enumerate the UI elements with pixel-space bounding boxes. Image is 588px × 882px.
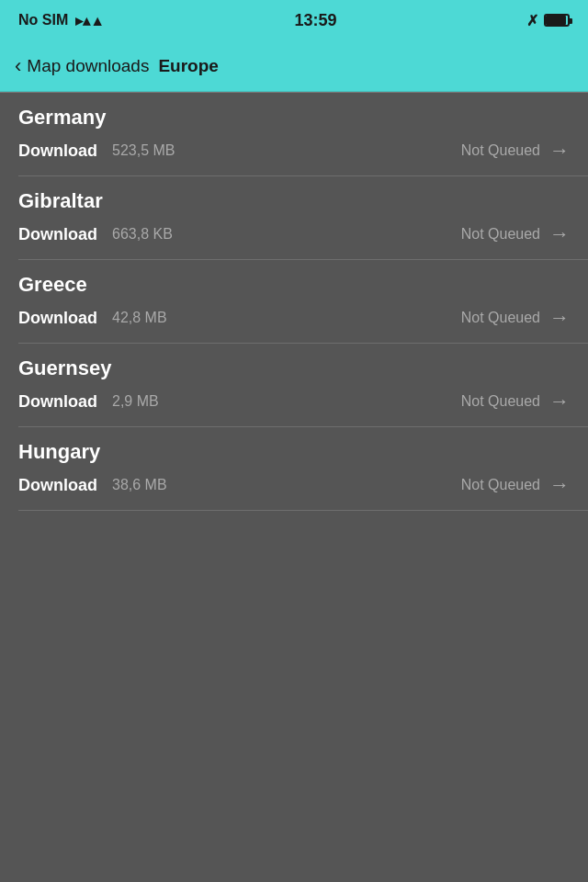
chevron-right-icon: →: [549, 390, 570, 413]
battery-icon: [544, 14, 570, 27]
file-size: 2,9 MB: [112, 393, 461, 410]
list-item[interactable]: Hungary Download 38,6 MB Not Queued →: [0, 427, 588, 511]
file-size: 38,6 MB: [112, 477, 461, 493]
status-time: 13:59: [295, 11, 337, 30]
country-name: Greece: [18, 273, 87, 296]
country-name: Germany: [18, 106, 106, 129]
status-left: No SIM ▸▴▲: [18, 12, 105, 29]
country-header: Gibraltar: [0, 176, 588, 219]
status-group: Not Queued →: [461, 139, 570, 163]
back-label: Map downloads: [27, 56, 149, 76]
status-group: Not Queued →: [461, 306, 570, 330]
download-label: Download: [18, 141, 97, 161]
download-row[interactable]: Download 2,9 MB Not Queued →: [0, 386, 588, 426]
chevron-right-icon: →: [549, 473, 570, 497]
list-item[interactable]: Greece Download 42,8 MB Not Queued →: [0, 260, 588, 344]
wifi-icon: ▸▴▲: [75, 12, 105, 29]
country-name: Guernsey: [18, 356, 112, 379]
status-group: Not Queued →: [461, 390, 570, 413]
country-header: Hungary: [0, 427, 588, 469]
status-right: ✗: [526, 12, 570, 29]
file-size: 663,8 KB: [112, 226, 461, 243]
not-queued-status: Not Queued: [461, 310, 540, 326]
list-item[interactable]: Guernsey Download 2,9 MB Not Queued →: [0, 344, 588, 427]
download-label: Download: [18, 476, 97, 495]
not-queued-status: Not Queued: [461, 226, 540, 243]
not-queued-status: Not Queued: [461, 477, 540, 493]
file-size: 42,8 MB: [112, 310, 461, 326]
country-header: Germany: [0, 93, 588, 135]
chevron-right-icon: →: [549, 222, 570, 246]
back-button[interactable]: ‹ Map downloads: [15, 54, 149, 78]
page-title: Europe: [158, 56, 218, 76]
not-queued-status: Not Queued: [461, 393, 540, 410]
download-row[interactable]: Download 523,5 MB Not Queued →: [0, 135, 588, 175]
country-name: Gibraltar: [18, 189, 103, 212]
country-header: Guernsey: [0, 344, 588, 386]
country-header: Greece: [0, 260, 588, 302]
chevron-right-icon: →: [549, 139, 570, 163]
file-size: 523,5 MB: [112, 142, 461, 159]
bluetooth-icon: ✗: [526, 12, 538, 29]
carrier-label: No SIM: [18, 12, 68, 28]
nav-bar: ‹ Map downloads Europe: [0, 40, 588, 92]
not-queued-status: Not Queued: [461, 142, 540, 159]
map-items-list: Germany Download 523,5 MB Not Queued → G…: [0, 93, 588, 511]
status-group: Not Queued →: [461, 473, 570, 497]
status-group: Not Queued →: [461, 222, 570, 246]
download-label: Download: [18, 309, 97, 328]
download-row[interactable]: Download 38,6 MB Not Queued →: [0, 469, 588, 510]
item-divider: [18, 510, 588, 511]
chevron-right-icon: →: [549, 306, 570, 330]
status-bar: No SIM ▸▴▲ 13:59 ✗: [0, 0, 588, 40]
list-item[interactable]: Gibraltar Download 663,8 KB Not Queued →: [0, 176, 588, 260]
download-label: Download: [18, 392, 97, 412]
list-item[interactable]: Germany Download 523,5 MB Not Queued →: [0, 93, 588, 176]
download-row[interactable]: Download 663,8 KB Not Queued →: [0, 219, 588, 259]
download-label: Download: [18, 225, 97, 244]
back-arrow-icon: ‹: [15, 54, 21, 78]
download-row[interactable]: Download 42,8 MB Not Queued →: [0, 302, 588, 343]
country-name: Hungary: [18, 440, 100, 463]
